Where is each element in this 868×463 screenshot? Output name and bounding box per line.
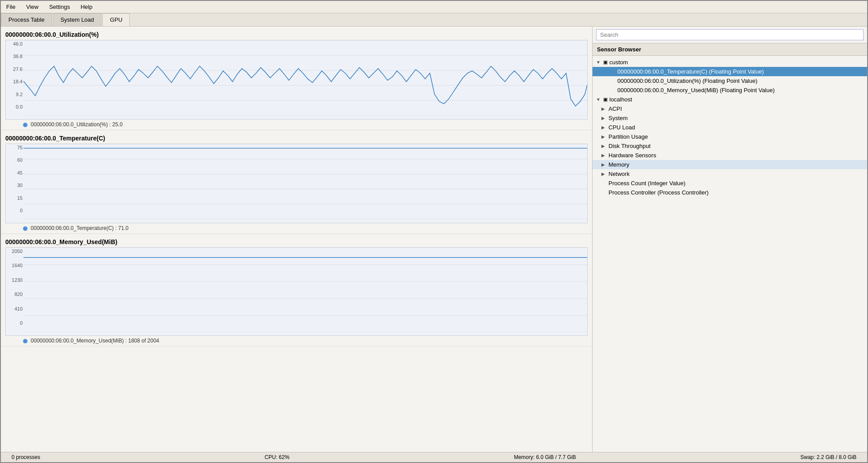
expand-icon-custom: ▼ [596, 60, 601, 65]
tree-item-custom[interactable]: ▼ ▣ custom [593, 58, 867, 67]
left-panel: 00000000:06:00.0_Utilization(%) 46.0 36.… [1, 27, 593, 452]
utilization-svg [23, 40, 587, 116]
tree-item-acpi[interactable]: ▶ ACPI [593, 104, 867, 113]
menubar: File View Settings Help [1, 1, 867, 13]
expand-icon-cpu-load: ▶ [601, 125, 607, 130]
expand-icon-disk: ▶ [601, 144, 607, 148]
right-panel: Sensor Browser ▼ ▣ custom 00000000:06:00… [593, 27, 867, 452]
temperature-dot [23, 226, 27, 231]
tree-item-process-count[interactable]: Process Count (Integer Value) [593, 179, 867, 188]
status-processes: 0 processes [8, 454, 44, 460]
search-input[interactable] [596, 29, 864, 40]
utilization-chart: 46.0 36.8 27.6 18.4 9.2 0.0 [5, 40, 588, 120]
menu-help[interactable]: Help [79, 3, 94, 11]
expand-icon-network: ▶ [601, 171, 607, 176]
tree-item-partition[interactable]: ▶ Partition Usage [593, 132, 867, 141]
tree-item-system[interactable]: ▶ System [593, 113, 867, 123]
temperature-chart: 75 60 45 30 15 0 [5, 144, 588, 223]
temperature-section: 00000000:06:00.0_Temperature(C) 75 60 45… [1, 130, 592, 234]
sensor-tree: ▼ ▣ custom 00000000:06:00.0_Temperature(… [593, 56, 867, 452]
temperature-legend: 00000000:06:00.0_Temperature(C) : 71.0 [5, 225, 588, 231]
tree-item-util-sensor[interactable]: 00000000:06:00.0_Utilization(%) (Floatin… [593, 76, 867, 86]
menu-file[interactable]: File [4, 3, 17, 11]
expand-icon-system: ▶ [601, 116, 607, 121]
tree-item-hardware[interactable]: ▶ Hardware Sensors [593, 151, 867, 160]
expand-icon-hardware: ▶ [601, 153, 607, 158]
search-box [593, 27, 867, 43]
memory-chart: 2050 1640 1230 820 410 0 [5, 247, 588, 336]
menu-view[interactable]: View [24, 3, 40, 11]
memory-svg [23, 248, 587, 332]
sensor-browser-header: Sensor Browser [593, 43, 867, 56]
main-content: 00000000:06:00.0_Utilization(%) 46.0 36.… [1, 27, 867, 452]
tree-item-localhost[interactable]: ▼ ▣ localhost [593, 95, 867, 104]
expand-icon-acpi: ▶ [601, 106, 607, 111]
tree-item-temp-sensor[interactable]: 00000000:06:00.0_Temperature(C) (Floatin… [593, 67, 867, 76]
tree-item-process-controller[interactable]: Process Controller (Process Controller) [593, 188, 867, 197]
memory-section: 00000000:06:00.0_Memory_Used(MiB) 2050 1… [1, 234, 592, 346]
temperature-y-labels: 75 60 45 30 15 0 [6, 144, 23, 214]
tab-system-load[interactable]: System Load [53, 13, 101, 26]
expand-icon-partition: ▶ [601, 134, 607, 139]
memory-title: 00000000:06:00.0_Memory_Used(MiB) [5, 238, 588, 245]
tree-item-mem-sensor[interactable]: 00000000:06:00.0_Memory_Used(MiB) (Float… [593, 86, 867, 95]
memory-legend: 00000000:06:00.0_Memory_Used(MiB) : 1808… [5, 338, 588, 344]
tabs-bar: Process Table System Load GPU [1, 13, 867, 27]
utilization-title: 00000000:06:00.0_Utilization(%) [5, 31, 588, 38]
utilization-section: 00000000:06:00.0_Utilization(%) 46.0 36.… [1, 27, 592, 130]
utilization-y-labels: 46.0 36.8 27.6 18.4 9.2 0.0 [6, 40, 23, 110]
folder-icon-custom: ▣ [603, 59, 608, 65]
utilization-legend: 00000000:06:00.0_Utilization(%) : 25.0 [5, 121, 588, 128]
tree-item-cpu-load[interactable]: ▶ CPU Load [593, 123, 867, 132]
memory-dot [23, 339, 27, 343]
expand-icon-localhost: ▼ [596, 97, 601, 102]
status-cpu: CPU: 62% [261, 454, 293, 460]
tab-process-table[interactable]: Process Table [1, 13, 52, 26]
utilization-dot [23, 123, 27, 127]
memory-y-labels: 2050 1640 1230 820 410 0 [6, 248, 23, 327]
status-memory: Memory: 6.0 GiB / 7.7 GiB [510, 454, 579, 460]
status-swap: Swap: 2.2 GiB / 8.0 GiB [797, 454, 860, 460]
tree-item-network[interactable]: ▶ Network [593, 169, 867, 179]
tab-gpu[interactable]: GPU [102, 13, 130, 26]
main-window: File View Settings Help Process Table Sy… [0, 0, 868, 463]
tree-item-memory[interactable]: ▶ Memory [593, 160, 867, 169]
menu-settings[interactable]: Settings [47, 3, 72, 11]
expand-icon-memory: ▶ [601, 162, 607, 167]
status-bar: 0 processes CPU: 62% Memory: 6.0 GiB / 7… [1, 452, 867, 462]
tree-item-disk[interactable]: ▶ Disk Throughput [593, 141, 867, 151]
temperature-svg [23, 144, 587, 219]
temperature-title: 00000000:06:00.0_Temperature(C) [5, 135, 588, 142]
folder-icon-localhost: ▣ [603, 97, 608, 102]
